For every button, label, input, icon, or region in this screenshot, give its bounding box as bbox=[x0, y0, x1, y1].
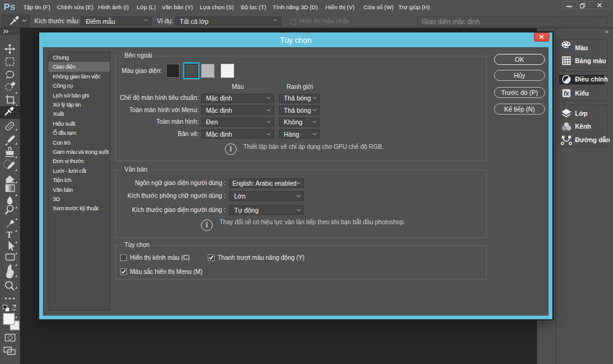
svg-text:fx: fx bbox=[564, 90, 569, 97]
svg-text:T: T bbox=[6, 230, 12, 240]
